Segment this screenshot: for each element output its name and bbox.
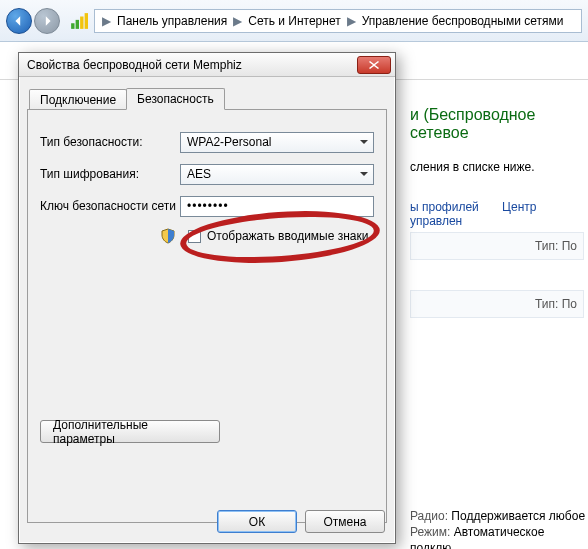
tab-security[interactable]: Безопасность	[126, 88, 225, 110]
network-key-input[interactable]: ••••••••	[180, 196, 374, 217]
label-encryption: Тип шифрования:	[40, 167, 180, 181]
dialog-title: Свойства беспроводной сети Memphiz	[27, 58, 357, 72]
dialog-button-row: ОК Отмена	[217, 510, 385, 533]
svg-rect-0	[71, 23, 74, 29]
arrow-left-icon	[13, 15, 25, 27]
wifi-properties-dialog: Свойства беспроводной сети Memphiz Подкл…	[18, 52, 396, 544]
ok-button[interactable]: ОК	[217, 510, 297, 533]
breadcrumb[interactable]: ▶ Панель управления ▶ Сеть и Интернет ▶ …	[94, 9, 582, 33]
dialog-titlebar[interactable]: Свойства беспроводной сети Memphiz	[19, 53, 395, 77]
button-label: Отмена	[323, 515, 366, 529]
network-list-row[interactable]: Тип: По	[410, 290, 584, 318]
close-button[interactable]	[357, 56, 391, 74]
button-label: Дополнительные параметры	[53, 418, 207, 446]
shield-icon	[160, 228, 176, 244]
row-type-label: Тип: По	[535, 297, 577, 311]
label-security-type: Тип безопасности:	[40, 135, 180, 149]
radio-value: Поддерживается любое	[451, 509, 585, 523]
row-security-type: Тип безопасности: WPA2-Personal	[40, 130, 374, 154]
tab-connection[interactable]: Подключение	[29, 89, 127, 109]
label-network-key: Ключ безопасности сети	[40, 199, 180, 213]
row-type-label: Тип: По	[535, 239, 577, 253]
chevron-right-icon: ▶	[230, 14, 245, 28]
cancel-button[interactable]: Отмена	[305, 510, 385, 533]
arrow-right-icon	[41, 15, 53, 27]
link-bar: ы профилей Центр управлен	[410, 200, 588, 228]
row-encryption: Тип шифрования: AES	[40, 162, 374, 186]
show-characters-label: Отображать вводимые знаки	[207, 229, 368, 243]
mode-label: Режим:	[410, 525, 450, 539]
signal-bars-icon	[70, 12, 88, 30]
row-network-key: Ключ безопасности сети ••••••••	[40, 194, 374, 218]
nav-back-button[interactable]	[6, 8, 32, 34]
svg-rect-2	[80, 16, 83, 28]
network-list-row[interactable]: Тип: По	[410, 232, 584, 260]
details-footer: Радио: Поддерживается любое Режим: Автом…	[410, 508, 588, 549]
row-show-chars: Отображать вводимые знаки	[160, 228, 374, 244]
page-description: сления в списке ниже.	[410, 160, 535, 174]
tab-label: Подключение	[40, 93, 116, 107]
radio-label: Радио:	[410, 509, 448, 523]
breadcrumb-item[interactable]: Сеть и Интернет	[245, 14, 343, 28]
link-profiles[interactable]: ы профилей	[410, 200, 479, 214]
tab-label: Безопасность	[137, 92, 214, 106]
dropdown-value: AES	[187, 167, 211, 181]
chevron-right-icon: ▶	[99, 14, 114, 28]
nav-forward-button[interactable]	[34, 8, 60, 34]
close-icon	[369, 61, 379, 69]
svg-rect-3	[85, 13, 88, 29]
svg-rect-1	[76, 19, 79, 28]
advanced-settings-button[interactable]: Дополнительные параметры	[40, 420, 220, 443]
explorer-navbar: ▶ Панель управления ▶ Сеть и Интернет ▶ …	[0, 0, 588, 42]
tab-panel-security: Тип безопасности: WPA2-Personal Тип шифр…	[27, 109, 387, 523]
tab-strip: Подключение Безопасность	[29, 85, 395, 109]
dropdown-value: WPA2-Personal	[187, 135, 271, 149]
button-label: ОК	[249, 515, 265, 529]
encryption-dropdown[interactable]: AES	[180, 164, 374, 185]
chevron-right-icon: ▶	[344, 14, 359, 28]
breadcrumb-item[interactable]: Панель управления	[114, 14, 230, 28]
security-type-dropdown[interactable]: WPA2-Personal	[180, 132, 374, 153]
show-characters-checkbox[interactable]	[188, 230, 201, 243]
input-value: ••••••••	[187, 199, 229, 213]
page-title: и (Беспроводное сетевое	[410, 106, 588, 142]
breadcrumb-item[interactable]: Управление беспроводными сетями	[359, 14, 567, 28]
